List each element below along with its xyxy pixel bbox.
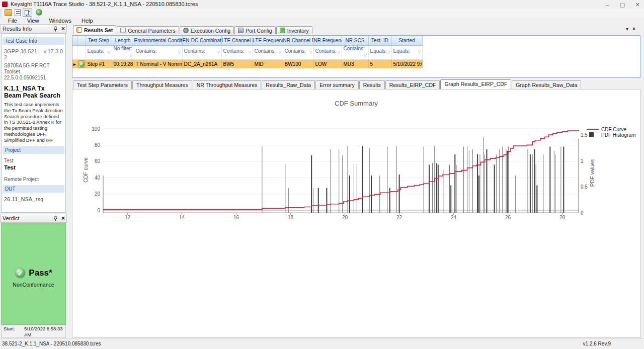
results-info-panel: Results Info × Test Case Info 3GPP 38.52…	[0, 24, 67, 214]
project-label: Test	[2, 155, 65, 163]
sync-globe-icon[interactable]	[36, 9, 42, 16]
svg-text:100: 100	[92, 126, 100, 132]
tab-error-summary[interactable]: Error summary	[315, 80, 358, 89]
filter-started[interactable]: Equals:▽	[391, 45, 422, 59]
cdf-summary-chart: CDF Summary12141618202224262802040608010…	[72, 90, 640, 337]
spec-line: 3GPP 38.521-2 v.17.3.0	[2, 46, 65, 61]
results-tab-strip: Test Step Parameters Throughput Measures…	[73, 79, 582, 89]
close-icon[interactable]: ×	[61, 215, 65, 221]
notebook-icon	[76, 27, 82, 33]
parameters-icon	[120, 28, 126, 33]
funnel-icon[interactable]: ▽	[278, 48, 281, 56]
copy-pages-icon	[25, 10, 29, 15]
minimize-button[interactable]: –	[604, 1, 611, 8]
svg-text:PDF Histogram: PDF Histogram	[601, 132, 635, 138]
col-nr-frequency[interactable]: NR Frequency	[313, 36, 342, 45]
test-case-description: This test case implements the Tx Beam Pe…	[2, 100, 65, 143]
tab-graph-results-raw-data[interactable]: Graph Results_Raw_Data	[512, 80, 581, 89]
svg-text:1: 1	[581, 158, 584, 164]
col-environmental-conditions[interactable]: Environmental Conditions	[134, 36, 182, 45]
col-length[interactable]: Length	[112, 36, 134, 45]
col-lte-frequency[interactable]: LTE Frequency	[253, 36, 283, 45]
filter-test-step[interactable]: Equals:▽	[86, 45, 112, 59]
col-test-id[interactable]: Test_ID	[368, 36, 391, 45]
open-folder-icon[interactable]	[5, 9, 12, 16]
tab-inventory[interactable]: Inventory	[276, 26, 312, 34]
svg-text:24: 24	[451, 215, 457, 220]
filter-nr-scs[interactable]: Contains:▽	[342, 45, 368, 59]
results-grid-panel: Test Step Length Environmental Condition…	[72, 35, 640, 78]
funnel-icon[interactable]: ▽	[178, 48, 181, 56]
menu-windows[interactable]: Windows	[44, 17, 76, 24]
col-nr-channel-bw[interactable]: NR Channel BW	[283, 36, 313, 45]
menu-help[interactable]: Help	[76, 17, 98, 24]
port-icon	[238, 28, 244, 33]
funnel-icon[interactable]: ▽	[217, 48, 220, 56]
pin-icon[interactable]	[53, 216, 58, 221]
tab-general-parameters[interactable]: General Parameters	[117, 26, 179, 34]
copy-pages-button[interactable]	[23, 9, 32, 17]
maximize-button[interactable]: ▢	[619, 1, 626, 8]
filter-environmental-conditions[interactable]: Contains:▽	[134, 45, 182, 59]
funnel-icon[interactable]: ▽	[107, 48, 110, 56]
svg-text:0.5: 0.5	[581, 184, 588, 190]
tab-results-eirp-cdf[interactable]: Results_EIRP_CDF	[385, 80, 440, 89]
funnel-icon[interactable]: ▽	[387, 48, 390, 56]
table-filter-row: Equals:▽ No filter:▽ Contains:▽ Contains…	[72, 45, 422, 59]
pin-icon[interactable]	[53, 26, 58, 32]
svg-text:CDF Curve: CDF Curve	[601, 127, 626, 132]
funnel-icon[interactable]: ▽	[309, 48, 312, 56]
col-nr-scs[interactable]: NR SCS	[342, 36, 368, 45]
cell-endc-combinations: DC_2A_n261A	[182, 59, 221, 68]
filter-lte-channel-bw[interactable]: Contains:▽	[221, 45, 253, 59]
filter-length[interactable]: No filter:▽	[112, 45, 134, 59]
dut-value: 26.11_NSA_rsq	[2, 194, 65, 202]
cell-nr-scs: MU3	[342, 59, 368, 68]
svg-text:22: 22	[396, 215, 403, 220]
svg-text:28: 28	[559, 215, 566, 220]
filter-endc-combinations[interactable]: Contains:▽	[182, 45, 221, 59]
funnel-icon[interactable]: ▽	[418, 48, 421, 56]
tab-results-raw-data[interactable]: Results_Raw_Data	[262, 80, 315, 89]
funnel-icon[interactable]: ▽	[364, 51, 367, 59]
filter-test-id[interactable]: Equals:▽	[368, 45, 391, 59]
close-button[interactable]: ✕	[634, 1, 641, 8]
spec-name: 3GPP 38.521-2	[4, 48, 40, 60]
filter-nr-channel-bw[interactable]: Contains:▽	[283, 45, 313, 59]
close-icon[interactable]: ×	[61, 26, 65, 32]
chevron-down-icon[interactable]: ▾	[626, 26, 628, 32]
results-table: Test Step Length Environmental Condition…	[72, 36, 423, 68]
svg-text:1.5: 1.5	[581, 132, 588, 138]
filter-nr-frequency[interactable]: Contains:▽	[313, 45, 342, 59]
tab-results-set[interactable]: Results Set	[73, 25, 116, 34]
tab-execution-config[interactable]: Execution Config	[180, 26, 234, 34]
col-test-step[interactable]: Test Step	[86, 36, 112, 45]
svg-text:14: 14	[179, 215, 185, 220]
svg-text:26: 26	[505, 215, 511, 220]
table-header-row: Test Step Length Environmental Condition…	[72, 36, 422, 45]
tab-throughput-measures[interactable]: Throughput Measures	[132, 80, 192, 89]
funnel-icon[interactable]: ▽	[248, 48, 251, 56]
col-lte-channel-bw[interactable]: LTE Channel BW	[221, 36, 253, 45]
col-started[interactable]: Started	[391, 36, 422, 45]
tab-nr-throughput-measures[interactable]: NR Throughput Measures	[193, 80, 262, 89]
table-row[interactable]: ▸ ✓ Step #1 00:19:28 T Nominal - V Nomin…	[72, 59, 422, 68]
tab-results[interactable]: Results	[359, 80, 385, 89]
tab-port-config[interactable]: Port Config	[234, 26, 276, 34]
verdict-timing: Start:5/10/2022 8:58:33 AM Duration:29m …	[1, 325, 66, 338]
start-value: 5/10/2022 8:58:33 AM	[24, 326, 63, 338]
puzzle-icon	[280, 28, 285, 33]
status-version: v1.2.6 Rev.9	[583, 341, 611, 346]
tab-test-step-parameters[interactable]: Test Step Parameters	[73, 80, 132, 89]
close-icon[interactable]: ×	[632, 26, 635, 32]
funnel-icon[interactable]: ▽	[129, 51, 132, 59]
export-report-icon[interactable]	[15, 9, 21, 16]
menu-file[interactable]: File	[3, 17, 22, 24]
svg-text:60: 60	[95, 158, 101, 164]
funnel-icon[interactable]: ▽	[337, 48, 340, 56]
col-endc-combinations[interactable]: EN-DC Combinations	[182, 36, 221, 45]
tab-graph-results-eirp-cdf[interactable]: Graph Results_EIRP_CDF	[440, 79, 511, 89]
filter-lte-frequency[interactable]: Contains:▽	[253, 45, 283, 59]
menu-view[interactable]: View	[22, 17, 44, 24]
svg-text:PDF values: PDF values	[589, 159, 595, 187]
